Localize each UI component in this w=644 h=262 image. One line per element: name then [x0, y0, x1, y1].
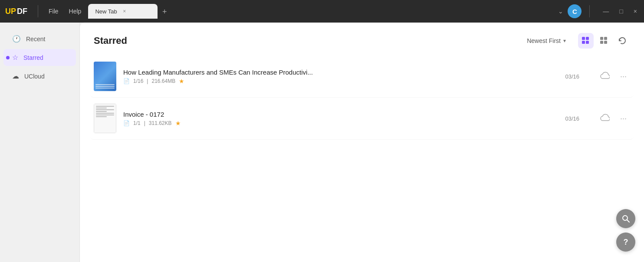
svg-rect-7	[604, 41, 607, 44]
sidebar-item-label-recent: Recent	[26, 36, 45, 43]
file-meta-2: 📄 1/1 | 311.62KB ★	[123, 120, 558, 127]
pages-icon-2: 📄	[123, 120, 130, 126]
file-date-1: 03/16	[565, 73, 593, 80]
file-size-2: 311.62KB	[149, 120, 172, 126]
svg-rect-4	[600, 37, 603, 40]
sidebar-item-label-starred: Starred	[23, 54, 43, 61]
cloud-icon-2	[600, 114, 610, 121]
refresh-button[interactable]	[614, 33, 630, 49]
svg-rect-1	[586, 37, 589, 40]
file-info-2: Invoice - 0172 📄 1/1 | 311.62KB ★	[123, 111, 558, 127]
close-button[interactable]: ×	[632, 6, 639, 16]
titlebar-right: ⌄ C — □ ×	[558, 4, 639, 18]
pdf-thumbnail-1	[94, 62, 116, 91]
table-row[interactable]: How Leading Manufacturers and SMEs Can I…	[90, 56, 634, 98]
svg-rect-0	[582, 37, 585, 40]
titlebar-right-divider	[589, 5, 590, 17]
content-header: Starred Newest First ▾	[80, 23, 644, 56]
file-pages-1: 1/16	[133, 78, 143, 84]
tabs-dropdown-button[interactable]: ⌄	[558, 8, 563, 15]
app-logo: UPDF	[5, 7, 27, 16]
file-thumbnail	[94, 62, 116, 91]
file-meta-1: 📄 1/16 | 216.64MB ★	[123, 78, 558, 85]
sort-selector[interactable]: Newest First ▾	[527, 37, 566, 44]
sidebar-item-recent[interactable]: 🕐 Recent	[3, 30, 76, 47]
svg-rect-2	[582, 41, 585, 44]
cloud-icon	[600, 72, 610, 79]
tabs-area: New Tab × +	[88, 4, 549, 19]
file-size-1: 216.64MB	[151, 78, 175, 84]
avatar[interactable]: C	[568, 4, 582, 18]
file-info-1: How Leading Manufacturers and SMEs Can I…	[123, 69, 558, 85]
starred-icon: ☆	[12, 53, 18, 62]
search-fab-button[interactable]	[616, 209, 635, 228]
file-list: How Leading Manufacturers and SMEs Can I…	[80, 56, 644, 262]
invoice-thumbnail	[94, 104, 116, 133]
page-title: Starred	[94, 35, 520, 46]
content-area: Starred Newest First ▾	[80, 23, 644, 262]
svg-rect-3	[586, 41, 589, 44]
file-sep-2: |	[144, 120, 145, 126]
sort-label: Newest First	[527, 37, 561, 44]
app-body: 🕐 Recent ☆ Starred ☁ UCloud Starred Newe…	[0, 23, 644, 262]
recent-icon: 🕐	[12, 35, 21, 43]
card-view-icon	[582, 36, 590, 45]
svg-line-9	[627, 220, 630, 223]
view-controls	[578, 33, 630, 49]
menu-file[interactable]: File	[45, 6, 62, 16]
file-pages-2: 1/1	[133, 120, 141, 126]
tab-label: New Tab	[95, 8, 117, 15]
sidebar-item-label-ucloud: UCloud	[24, 73, 45, 80]
logo-up: UP	[5, 7, 16, 16]
new-tab-button[interactable]: +	[158, 5, 171, 19]
ucloud-icon: ☁	[12, 72, 19, 80]
file-sep-1: |	[147, 78, 148, 84]
file-name-1: How Leading Manufacturers and SMEs Can I…	[123, 69, 558, 76]
table-row[interactable]: Invoice - 0172 📄 1/1 | 311.62KB ★ 03/16	[90, 98, 634, 140]
search-fab-icon	[621, 214, 630, 223]
file-star-1[interactable]: ★	[179, 78, 184, 85]
card-view-button[interactable]	[578, 33, 594, 49]
svg-rect-5	[604, 37, 607, 40]
sidebar-item-ucloud[interactable]: ☁ UCloud	[3, 68, 76, 85]
cloud-upload-button-2[interactable]	[600, 114, 610, 124]
menu-help[interactable]: Help	[66, 6, 85, 16]
file-name-2: Invoice - 0172	[123, 111, 558, 118]
cloud-upload-button-1[interactable]	[600, 72, 610, 82]
logo-df: DF	[17, 7, 27, 16]
sort-arrow-icon: ▾	[563, 38, 566, 44]
tab-close-button[interactable]: ×	[121, 7, 128, 15]
file-thumbnail-2	[94, 104, 116, 133]
maximize-button[interactable]: □	[618, 6, 624, 16]
active-indicator	[6, 56, 10, 59]
titlebar: UPDF File Help New Tab × + ⌄ C — □ ×	[0, 0, 644, 23]
refresh-icon	[618, 36, 627, 45]
more-options-button-1[interactable]: ···	[617, 70, 630, 83]
titlebar-divider	[38, 5, 38, 17]
pages-icon: 📄	[123, 78, 130, 84]
list-view-button[interactable]	[596, 33, 612, 49]
help-fab-icon: ?	[624, 238, 628, 247]
fab-container: ?	[616, 209, 635, 252]
file-star-2[interactable]: ★	[175, 120, 181, 127]
help-fab-button[interactable]: ?	[616, 233, 635, 252]
sidebar-item-starred[interactable]: ☆ Starred	[3, 49, 76, 66]
sidebar: 🕐 Recent ☆ Starred ☁ UCloud	[0, 23, 80, 262]
minimize-button[interactable]: —	[601, 6, 611, 16]
more-options-button-2[interactable]: ···	[617, 112, 630, 125]
window-controls: — □ ×	[601, 6, 639, 16]
list-view-icon	[600, 36, 608, 45]
svg-rect-6	[600, 41, 603, 44]
active-tab[interactable]: New Tab ×	[88, 4, 158, 19]
file-date-2: 03/16	[565, 115, 593, 122]
